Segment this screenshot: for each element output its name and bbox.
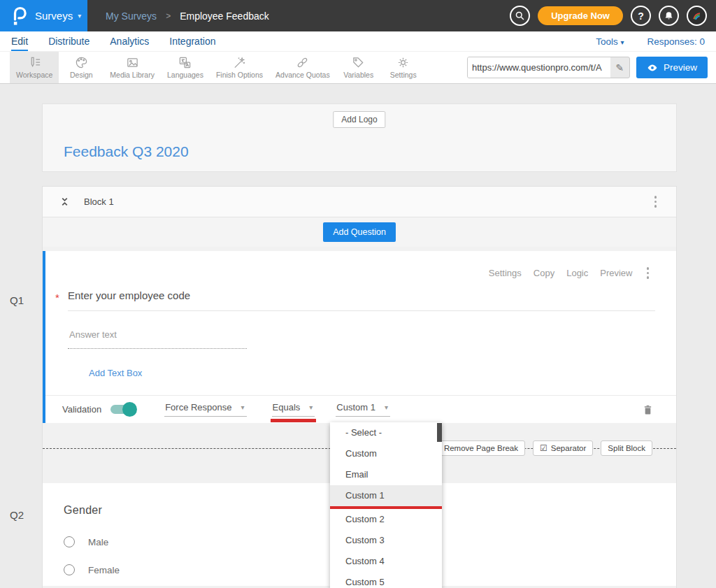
block-title[interactable]: Block 1 <box>84 196 114 207</box>
toolbar-item-media-library[interactable]: Media Library <box>103 52 161 83</box>
required-asterisk: * <box>55 292 59 303</box>
toolbar-item-workspace[interactable]: Workspace <box>10 52 59 83</box>
add-logo-button[interactable]: Add Logo <box>333 111 385 128</box>
dropdown-option-select[interactable]: - Select - <box>330 422 442 443</box>
validation-toggle[interactable] <box>110 405 135 414</box>
user-avatar[interactable] <box>687 6 707 26</box>
dropdown-option-custom2[interactable]: Custom 2 <box>330 509 442 530</box>
dropdown-option-custom4[interactable]: Custom 4 <box>330 551 442 572</box>
workspace-icon <box>28 56 41 69</box>
question-logic-link[interactable]: Logic <box>566 268 588 278</box>
survey-url-input[interactable] <box>468 57 610 78</box>
radio-label[interactable]: Male <box>88 537 108 547</box>
tab-edit[interactable]: Edit <box>11 36 28 51</box>
toolbar-label: Advance Quotas <box>275 71 330 79</box>
trash-icon <box>642 403 654 416</box>
toolbar-label: Finish Options <box>216 71 263 79</box>
operator-error-underline <box>271 419 317 422</box>
gear-icon <box>396 56 410 69</box>
radio-button[interactable] <box>64 536 75 547</box>
tab-distribute[interactable]: Distribute <box>48 36 90 51</box>
tools-menu[interactable]: Tools ▾ <box>596 36 624 47</box>
survey-header-card: Add Logo Feedback Q3 2020 <box>42 103 677 172</box>
questionpro-logo-icon <box>10 6 29 27</box>
question-card-q1: Settings Copy Logic Preview * Enter your… <box>43 251 676 423</box>
checkbox-checked-icon: ☑ <box>540 443 547 453</box>
translate-icon <box>178 56 192 69</box>
preview-button[interactable]: Preview <box>636 57 708 78</box>
question-text-q1[interactable]: Enter your employee code <box>68 289 190 301</box>
toolbar-item-variables[interactable]: Variables <box>336 52 381 83</box>
remove-page-break-label: Remove Page Break <box>444 444 518 452</box>
force-response-value: Force Response <box>165 402 231 413</box>
tabbar-right: Tools ▾ Responses: 0 <box>596 36 705 51</box>
product-switcher[interactable]: Surveys ▾ <box>0 0 87 31</box>
split-block-button[interactable]: Split Block <box>601 440 652 456</box>
question-settings-link[interactable]: Settings <box>489 268 522 278</box>
image-icon <box>126 56 139 69</box>
question-preview-link[interactable]: Preview <box>600 268 632 278</box>
dropdown-scrollbar[interactable] <box>437 423 442 442</box>
notifications-button[interactable] <box>659 6 679 26</box>
survey-title[interactable]: Feedback Q3 2020 <box>64 143 189 160</box>
separator-button[interactable]: ☑ Separator <box>533 440 593 456</box>
collapse-block-button[interactable] <box>60 197 69 206</box>
chevron-down-icon: ▾ <box>620 38 624 46</box>
breadcrumb-separator: > <box>166 11 171 21</box>
dropdown-option-custom3[interactable]: Custom 3 <box>330 530 442 551</box>
add-question-strip: Add Question <box>43 217 676 247</box>
question-number-q1: Q1 <box>10 294 24 306</box>
chevron-down-icon: ▾ <box>309 403 313 411</box>
block-menu-kebab-icon[interactable] <box>652 194 659 210</box>
add-question-button[interactable]: Add Question <box>323 222 396 242</box>
edit-url-pencil-icon[interactable]: ✎ <box>610 62 629 73</box>
validation-variable-select[interactable]: Custom 1 ▾ <box>336 402 390 417</box>
bell-icon <box>664 10 674 21</box>
question-number-q2: Q2 <box>10 509 24 521</box>
chevron-down-icon: ▾ <box>78 12 81 20</box>
dropdown-option-custom[interactable]: Custom <box>330 443 442 464</box>
responses-count[interactable]: Responses: 0 <box>647 36 705 47</box>
separator-label: Separator <box>551 444 587 452</box>
top-header: Surveys ▾ My Surveys > Employee Feedback… <box>0 0 716 31</box>
delete-validation-button[interactable] <box>642 403 654 418</box>
validation-variable-value: Custom 1 <box>336 402 375 413</box>
eye-icon <box>647 62 658 73</box>
tab-integration[interactable]: Integration <box>169 36 215 51</box>
avatar-logo-icon <box>690 9 704 23</box>
toolbar-item-advance-quotas[interactable]: Advance Quotas <box>269 52 336 83</box>
radio-option-male: Male <box>64 536 108 547</box>
tools-label: Tools <box>596 36 618 47</box>
question-text-underline <box>68 310 655 311</box>
toolbar-item-languages[interactable]: Languages <box>161 52 210 83</box>
help-icon: ? <box>638 10 644 22</box>
radio-option-female: Female <box>64 564 120 575</box>
answer-input-line <box>68 348 247 349</box>
operator-select[interactable]: Equals ▾ <box>272 402 315 417</box>
split-block-label: Split Block <box>608 444 645 452</box>
toolbar-label: Settings <box>390 71 417 79</box>
toolbar-item-design[interactable]: Design <box>59 52 103 83</box>
survey-canvas: Q1 Q2 Add Logo Feedback Q3 2020 Block 1 … <box>0 84 716 588</box>
tab-analytics[interactable]: Analytics <box>110 36 149 51</box>
search-button[interactable] <box>510 6 530 26</box>
question-copy-link[interactable]: Copy <box>534 268 554 278</box>
force-response-select[interactable]: Force Response ▾ <box>164 402 246 417</box>
help-button[interactable]: ? <box>631 6 651 26</box>
breadcrumb-my-surveys[interactable]: My Surveys <box>106 10 157 22</box>
toolbar-item-settings[interactable]: Settings <box>381 52 426 83</box>
question-text-q2[interactable]: Gender <box>64 504 102 517</box>
radio-button[interactable] <box>64 564 75 575</box>
toolbar-item-finish-options[interactable]: Finish Options <box>210 52 269 83</box>
dropdown-option-custom5[interactable]: Custom 5 <box>330 572 442 588</box>
dropdown-option-email[interactable]: Email <box>330 464 442 485</box>
dropdown-option-custom1[interactable]: Custom 1 <box>330 485 442 506</box>
preview-label: Preview <box>664 62 697 73</box>
add-text-box-link[interactable]: Add Text Box <box>89 368 142 378</box>
question-menu-kebab-icon[interactable] <box>645 265 652 281</box>
radio-label[interactable]: Female <box>88 565 120 575</box>
answer-placeholder[interactable]: Answer text <box>69 329 117 340</box>
operator-value: Equals <box>273 402 301 413</box>
upgrade-now-button[interactable]: Upgrade Now <box>538 6 623 25</box>
validation-label: Validation <box>62 404 101 415</box>
